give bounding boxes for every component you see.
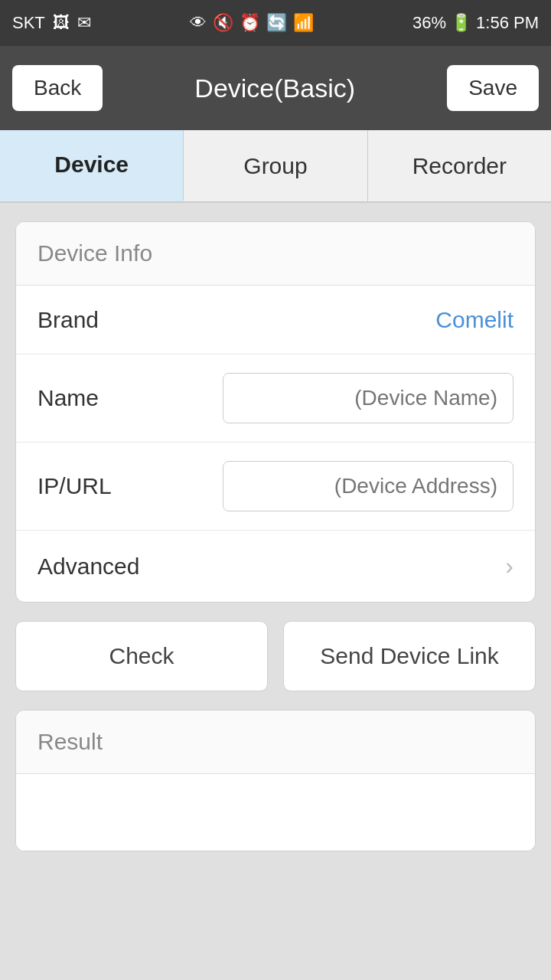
result-card: Result	[15, 710, 536, 851]
signal-icon: 📶	[293, 13, 314, 33]
status-center-icons: 👁 🔇 ⏰ 🔄 📶	[190, 13, 314, 33]
advanced-row[interactable]: Advanced ›	[16, 531, 535, 602]
send-device-link-button[interactable]: Send Device Link	[283, 621, 536, 691]
brand-row: Brand Comelit	[16, 286, 535, 354]
email-icon: ✉	[77, 13, 91, 33]
ipurl-label: IP/URL	[37, 473, 206, 499]
chevron-right-icon: ›	[505, 552, 514, 580]
result-header: Result	[16, 710, 535, 774]
brand-label: Brand	[37, 307, 206, 333]
mute-icon: 🔇	[213, 13, 233, 33]
check-button[interactable]: Check	[15, 621, 268, 691]
eye-icon: 👁	[190, 13, 207, 33]
action-buttons: Check Send Device Link	[15, 621, 536, 691]
time-label: 1:56 PM	[476, 13, 539, 33]
result-body	[16, 774, 535, 851]
status-bar: SKT 🖼 ✉ 👁 🔇 ⏰ 🔄 📶 36% 🔋 1:56 PM	[0, 0, 551, 46]
main-content: Device Info Brand Comelit Name IP/URL Ad…	[0, 203, 551, 870]
header: Back Device(Basic) Save	[0, 46, 551, 130]
name-label: Name	[37, 385, 206, 411]
advanced-label: Advanced	[37, 554, 206, 580]
page-title: Device(Basic)	[194, 74, 355, 103]
name-row: Name	[16, 354, 535, 443]
tab-device[interactable]: Device	[0, 130, 184, 201]
name-input[interactable]	[223, 373, 514, 423]
alarm-icon: ⏰	[240, 13, 260, 33]
sync-icon: 🔄	[266, 13, 287, 33]
tab-recorder[interactable]: Recorder	[368, 130, 551, 201]
device-info-card: Device Info Brand Comelit Name IP/URL Ad…	[15, 221, 536, 603]
status-left: SKT 🖼 ✉	[12, 13, 91, 33]
ipurl-input[interactable]	[223, 461, 514, 511]
device-info-header: Device Info	[16, 222, 535, 286]
battery-icon: 🔋	[451, 13, 471, 33]
carrier-label: SKT	[12, 13, 45, 33]
save-button[interactable]: Save	[447, 65, 539, 111]
status-right: 36% 🔋 1:56 PM	[412, 13, 539, 33]
back-button[interactable]: Back	[12, 65, 103, 111]
tab-bar: Device Group Recorder	[0, 130, 551, 203]
ipurl-row: IP/URL	[16, 443, 535, 531]
brand-value: Comelit	[435, 307, 514, 333]
tab-group[interactable]: Group	[184, 130, 367, 201]
battery-label: 36%	[412, 13, 446, 33]
photo-icon: 🖼	[53, 13, 70, 33]
